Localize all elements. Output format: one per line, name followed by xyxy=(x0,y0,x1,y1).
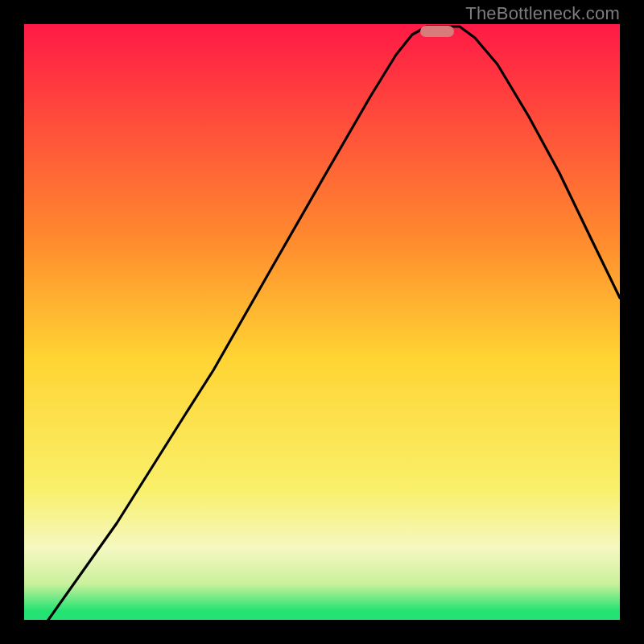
chart-frame: TheBottleneck.com xyxy=(0,0,644,644)
optimal-marker xyxy=(420,26,454,37)
plot-area xyxy=(24,24,620,620)
bottleneck-curve xyxy=(24,24,620,620)
watermark-text: TheBottleneck.com xyxy=(465,3,620,24)
